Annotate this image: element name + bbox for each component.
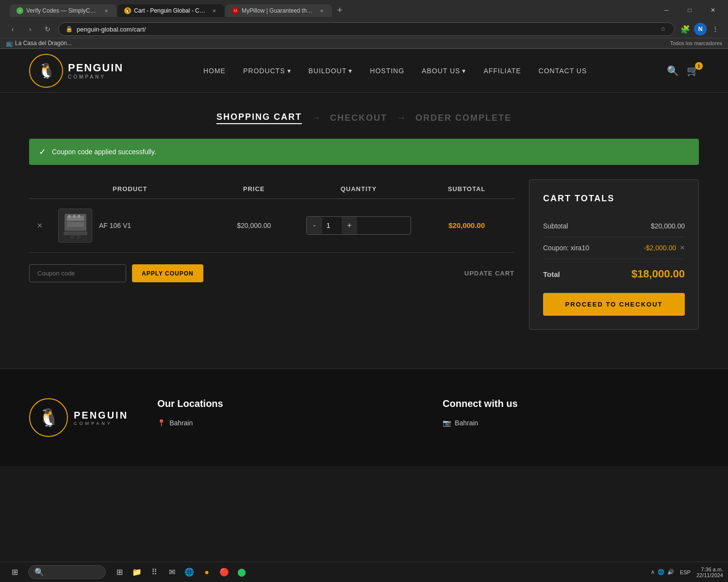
new-tab-button[interactable]: + xyxy=(333,3,347,17)
svg-rect-9 xyxy=(77,235,81,239)
browser-addressbar-row: ‹ › ↻ 🔒 penguin-global.com/cart/ ☆ 🧩 N ⋮ xyxy=(0,20,728,38)
product-info: AF 106 V1 xyxy=(58,209,201,242)
cart-area: PRODUCT PRICE QUANTITY SUBTOTAL ✕ xyxy=(29,179,699,330)
taskbar-edge-icon[interactable]: 🌐 xyxy=(182,565,197,580)
nav-home[interactable]: HOME xyxy=(203,67,226,75)
back-button[interactable]: ‹ xyxy=(6,22,19,36)
page-content: 🐧 PENGUIN COMPANY HOME PRODUCTS ▾ BUILDO… xyxy=(0,49,728,485)
subtotal-value: $20,000.00 xyxy=(651,222,685,230)
nav-contact[interactable]: CONTACT US xyxy=(539,67,587,75)
taskbar-language: ESP xyxy=(680,569,691,575)
total-label: Total xyxy=(543,270,560,278)
taskbar-chevron-icon[interactable]: ∧ xyxy=(651,569,655,575)
nav-hosting[interactable]: HOSTING xyxy=(370,67,404,75)
cart-table-section: PRODUCT PRICE QUANTITY SUBTOTAL ✕ xyxy=(29,179,514,330)
cart-totals-panel: CART TOTALS Subtotal $20,000.00 Coupon: … xyxy=(529,179,699,330)
bookmarks-right-label[interactable]: Todos los marcadores xyxy=(670,40,722,46)
quantity-decrease-button[interactable]: - xyxy=(307,217,322,234)
subtotal-cell: $20,000.00 xyxy=(419,199,514,253)
total-row: Total $18,000.00 xyxy=(543,259,685,289)
taskbar-datetime: 7:36 a.m. 22/11/2024 xyxy=(696,566,723,578)
taskbar-search[interactable]: 🔍 xyxy=(28,565,106,579)
menu-icon[interactable]: ⋮ xyxy=(709,22,722,36)
step-shopping-cart: SHOPPING CART xyxy=(216,112,302,124)
browser-tab-2[interactable]: 🐧 Cart - Penguin Global - Crypto ✕ xyxy=(117,4,224,17)
quantity-cell: - + xyxy=(298,199,419,253)
taskbar: ⊞ 🔍 ⊞ 📁 ⠿ ✉ 🌐 ● 🔴 ⬤ ∧ 🌐 🔊 ESP 7:36 a.m. … xyxy=(0,562,728,582)
coupon-row: APPLY COUPON UPDATE CART xyxy=(29,264,514,282)
subtotal-row: Subtotal $20,000.00 xyxy=(543,215,685,237)
tab2-close[interactable]: ✕ xyxy=(211,7,217,14)
tab1-close[interactable]: ✕ xyxy=(103,7,110,14)
step-arrow-1: → xyxy=(312,113,320,123)
product-cell: AF 106 V1 xyxy=(50,199,209,253)
taskbar-system-icons: ∧ 🌐 🔊 xyxy=(651,569,674,575)
taskbar-right-area: ∧ 🌐 🔊 ESP 7:36 a.m. 22/11/2024 xyxy=(651,566,723,578)
remove-cell: ✕ xyxy=(29,199,50,253)
remove-coupon-button[interactable]: ✕ xyxy=(680,244,685,251)
forward-button[interactable]: › xyxy=(23,22,37,36)
coupon-code-input[interactable] xyxy=(29,264,126,282)
close-window-button[interactable]: ✕ xyxy=(702,3,724,17)
start-button[interactable]: ⊞ xyxy=(5,565,24,580)
footer-logo-main: PENGUIN xyxy=(74,410,128,421)
quantity-increase-button[interactable]: + xyxy=(342,217,357,234)
address-icons: ☆ xyxy=(659,25,667,33)
col-remove-header xyxy=(29,179,50,199)
site-logo[interactable]: 🐧 PENGUIN COMPANY xyxy=(29,54,123,88)
footer-logo-text-group: PENGUIN COMPANY xyxy=(74,410,128,426)
quantity-input[interactable] xyxy=(322,217,342,234)
search-icon: 🔍 xyxy=(667,65,679,76)
tab3-close[interactable]: ✕ xyxy=(318,7,325,14)
product-thumbnail xyxy=(58,209,92,242)
reload-button[interactable]: ↻ xyxy=(41,22,54,36)
product-subtotal: $20,000.00 xyxy=(448,221,485,229)
footer-locations-title: Our Locations xyxy=(157,398,414,409)
taskbar-chrome2-icon[interactable]: 🔴 xyxy=(216,565,232,580)
bookmark-star-icon[interactable]: ☆ xyxy=(659,25,667,33)
nav-products[interactable]: PRODUCTS ▾ xyxy=(243,67,291,75)
apply-coupon-button[interactable]: APPLY COUPON xyxy=(132,264,203,282)
site-header: 🐧 PENGUIN COMPANY HOME PRODUCTS ▾ BUILDO… xyxy=(0,49,728,93)
proceed-to-checkout-button[interactable]: PROCEED TO CHECKOUT xyxy=(543,293,685,316)
bookmark-label: La Casa del Dragón... xyxy=(15,40,72,47)
address-bar[interactable]: 🔒 penguin-global.com/cart/ ☆ xyxy=(58,22,675,36)
tab3-label: MyPillow | Guaranteed the Mo... xyxy=(242,7,314,14)
chevron-down-icon: ▾ xyxy=(348,67,352,75)
footer-logo-sub: COMPANY xyxy=(74,421,128,426)
taskbar-app-icons: ⊞ 📁 ⠿ ✉ 🌐 ● 🔴 ⬤ xyxy=(112,565,249,580)
remove-item-button[interactable]: ✕ xyxy=(37,222,43,229)
taskbar-mail-icon[interactable]: ✉ xyxy=(164,565,180,580)
taskbar-grid-icon[interactable]: ⠿ xyxy=(147,565,162,580)
nav-buildout[interactable]: BUILDOUT ▾ xyxy=(309,67,353,75)
taskbar-date-display: 22/11/2024 xyxy=(696,572,723,578)
browser-tab-1[interactable]: ✓ Verify Codes — SimplyCodes ✕ xyxy=(10,4,116,17)
coupon-row-totals: Coupon: xira10 -$2,000.00 ✕ xyxy=(543,237,685,259)
browser-tab-3[interactable]: M MyPillow | Guaranteed the Mo... ✕ xyxy=(225,4,332,17)
profile-icon[interactable]: N xyxy=(694,23,707,35)
bookmark-item-casa[interactable]: 📺 La Casa del Dragón... xyxy=(6,40,72,47)
nav-about[interactable]: ABOUT US ▾ xyxy=(422,67,466,75)
search-button[interactable]: 🔍 xyxy=(667,65,679,77)
price-cell: $20,000.00 xyxy=(209,199,298,253)
step-checkout: CHECKOUT xyxy=(330,113,387,123)
bookmark-favicon: 📺 xyxy=(6,40,13,47)
taskbar-chrome3-icon[interactable]: ⬤ xyxy=(234,565,249,580)
minimize-button[interactable]: ─ xyxy=(655,3,678,17)
svg-rect-7 xyxy=(78,215,80,218)
update-cart-button[interactable]: UPDATE CART xyxy=(464,270,514,277)
maximize-button[interactable]: □ xyxy=(678,3,701,17)
logo-text: PENGUIN COMPANY xyxy=(68,62,123,80)
location-name: Bahrain xyxy=(169,419,193,427)
coupon-label: Coupon: xira10 xyxy=(543,244,589,252)
taskbar-files-icon[interactable]: 📁 xyxy=(129,565,145,580)
taskbar-windows-icon[interactable]: ⊞ xyxy=(112,565,127,580)
extensions-icon[interactable]: 🧩 xyxy=(678,22,692,36)
cart-steps-breadcrumb: SHOPPING CART → CHECKOUT → ORDER COMPLET… xyxy=(0,93,728,139)
cart-button[interactable]: 🛒 1 xyxy=(687,65,699,77)
taskbar-chrome-icon[interactable]: ● xyxy=(199,565,215,580)
chevron-down-icon: ▾ xyxy=(462,67,466,75)
instagram-icon: 📷 xyxy=(443,419,451,427)
taskbar-search-input[interactable] xyxy=(47,569,96,576)
nav-affiliate[interactable]: AFFILIATE xyxy=(483,67,521,75)
